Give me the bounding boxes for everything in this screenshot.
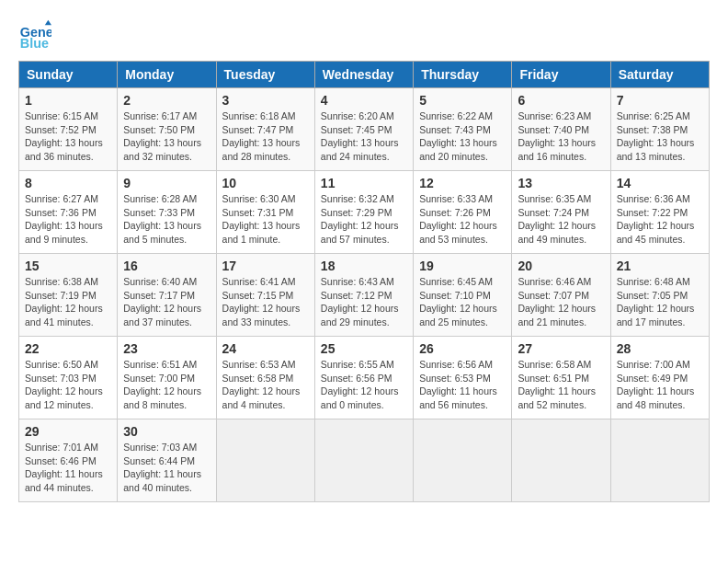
calendar-cell: 1Sunrise: 6:15 AM Sunset: 7:52 PM Daylig… — [19, 88, 118, 171]
day-detail: Sunrise: 6:33 AM Sunset: 7:26 PM Dayligh… — [419, 192, 506, 247]
day-detail: Sunrise: 6:45 AM Sunset: 7:10 PM Dayligh… — [419, 275, 506, 329]
dow-header-tuesday: Tuesday — [216, 62, 314, 88]
day-detail: Sunrise: 6:51 AM Sunset: 7:00 PM Dayligh… — [123, 358, 210, 412]
calendar-cell — [216, 419, 314, 502]
calendar-cell: 16Sunrise: 6:40 AM Sunset: 7:17 PM Dayli… — [118, 254, 216, 337]
day-detail: Sunrise: 6:15 AM Sunset: 7:52 PM Dayligh… — [25, 109, 111, 164]
dow-header-sunday: Sunday — [19, 62, 118, 88]
day-number: 13 — [518, 176, 604, 190]
calendar-cell — [414, 419, 512, 502]
day-detail: Sunrise: 6:50 AM Sunset: 7:03 PM Dayligh… — [25, 358, 111, 412]
day-detail: Sunrise: 6:41 AM Sunset: 7:15 PM Dayligh… — [222, 275, 309, 329]
calendar-cell: 25Sunrise: 6:55 AM Sunset: 6:56 PM Dayli… — [314, 337, 413, 419]
day-detail: Sunrise: 6:28 AM Sunset: 7:33 PM Dayligh… — [123, 192, 210, 247]
calendar-cell: 5Sunrise: 6:22 AM Sunset: 7:43 PM Daylig… — [414, 88, 512, 171]
calendar-cell — [512, 419, 610, 502]
day-detail: Sunrise: 6:58 AM Sunset: 6:51 PM Dayligh… — [518, 358, 604, 412]
logo-icon: General Blue — [18, 18, 51, 52]
day-number: 26 — [419, 341, 506, 356]
calendar-cell: 30Sunrise: 7:03 AM Sunset: 6:44 PM Dayli… — [118, 419, 216, 502]
day-detail: Sunrise: 6:25 AM Sunset: 7:38 PM Dayligh… — [617, 109, 703, 164]
day-number: 23 — [123, 341, 210, 356]
day-number: 29 — [25, 424, 111, 439]
day-number: 14 — [617, 176, 703, 190]
day-number: 27 — [518, 341, 604, 356]
day-number: 22 — [25, 341, 111, 356]
day-detail: Sunrise: 6:40 AM Sunset: 7:17 PM Dayligh… — [123, 275, 210, 329]
day-number: 12 — [419, 176, 506, 190]
calendar-cell: 27Sunrise: 6:58 AM Sunset: 6:51 PM Dayli… — [512, 337, 610, 419]
day-detail: Sunrise: 6:53 AM Sunset: 6:58 PM Dayligh… — [222, 358, 309, 412]
day-number: 20 — [518, 259, 604, 273]
calendar-cell: 15Sunrise: 6:38 AM Sunset: 7:19 PM Dayli… — [19, 254, 118, 337]
calendar-cell: 13Sunrise: 6:35 AM Sunset: 7:24 PM Dayli… — [512, 171, 610, 254]
day-detail: Sunrise: 6:43 AM Sunset: 7:12 PM Dayligh… — [321, 275, 407, 329]
day-detail: Sunrise: 7:00 AM Sunset: 6:49 PM Dayligh… — [617, 358, 703, 412]
dow-header-thursday: Thursday — [414, 62, 512, 88]
day-detail: Sunrise: 7:03 AM Sunset: 6:44 PM Dayligh… — [123, 441, 210, 495]
day-number: 15 — [25, 259, 111, 273]
day-detail: Sunrise: 6:17 AM Sunset: 7:50 PM Dayligh… — [123, 109, 210, 164]
day-number: 9 — [123, 176, 210, 190]
day-detail: Sunrise: 6:56 AM Sunset: 6:53 PM Dayligh… — [419, 358, 506, 412]
day-detail: Sunrise: 6:23 AM Sunset: 7:40 PM Dayligh… — [518, 109, 604, 164]
day-number: 25 — [321, 341, 407, 356]
calendar-cell: 6Sunrise: 6:23 AM Sunset: 7:40 PM Daylig… — [512, 88, 610, 171]
day-number: 6 — [518, 93, 604, 108]
calendar-cell: 10Sunrise: 6:30 AM Sunset: 7:31 PM Dayli… — [216, 171, 314, 254]
calendar-cell: 20Sunrise: 6:46 AM Sunset: 7:07 PM Dayli… — [512, 254, 610, 337]
day-detail: Sunrise: 7:01 AM Sunset: 6:46 PM Dayligh… — [25, 441, 111, 495]
calendar-cell: 8Sunrise: 6:27 AM Sunset: 7:36 PM Daylig… — [19, 171, 118, 254]
day-number: 28 — [617, 341, 703, 356]
calendar-cell — [610, 419, 709, 502]
calendar-cell: 24Sunrise: 6:53 AM Sunset: 6:58 PM Dayli… — [216, 337, 314, 419]
day-number: 5 — [419, 93, 506, 108]
day-number: 24 — [222, 341, 309, 356]
day-detail: Sunrise: 6:55 AM Sunset: 6:56 PM Dayligh… — [321, 358, 407, 412]
page-header: General Blue — [18, 18, 710, 52]
day-number: 30 — [123, 424, 210, 439]
calendar-table: SundayMondayTuesdayWednesdayThursdayFrid… — [18, 61, 710, 502]
day-detail: Sunrise: 6:20 AM Sunset: 7:45 PM Dayligh… — [321, 109, 407, 164]
day-detail: Sunrise: 6:48 AM Sunset: 7:05 PM Dayligh… — [617, 275, 703, 329]
day-number: 4 — [321, 93, 407, 108]
svg-text:Blue: Blue — [20, 36, 49, 51]
day-detail: Sunrise: 6:22 AM Sunset: 7:43 PM Dayligh… — [419, 109, 506, 164]
day-number: 7 — [617, 93, 703, 108]
dow-header-wednesday: Wednesday — [314, 62, 413, 88]
svg-marker-2 — [45, 20, 51, 25]
day-number: 1 — [25, 93, 111, 108]
day-detail: Sunrise: 6:18 AM Sunset: 7:47 PM Dayligh… — [222, 109, 309, 164]
calendar-cell: 3Sunrise: 6:18 AM Sunset: 7:47 PM Daylig… — [216, 88, 314, 171]
calendar-cell: 14Sunrise: 6:36 AM Sunset: 7:22 PM Dayli… — [610, 171, 709, 254]
calendar-cell: 17Sunrise: 6:41 AM Sunset: 7:15 PM Dayli… — [216, 254, 314, 337]
day-detail: Sunrise: 6:32 AM Sunset: 7:29 PM Dayligh… — [321, 192, 407, 247]
calendar-cell: 18Sunrise: 6:43 AM Sunset: 7:12 PM Dayli… — [314, 254, 413, 337]
day-detail: Sunrise: 6:38 AM Sunset: 7:19 PM Dayligh… — [25, 275, 111, 329]
calendar-cell: 9Sunrise: 6:28 AM Sunset: 7:33 PM Daylig… — [118, 171, 216, 254]
calendar-cell: 11Sunrise: 6:32 AM Sunset: 7:29 PM Dayli… — [314, 171, 413, 254]
calendar-cell: 21Sunrise: 6:48 AM Sunset: 7:05 PM Dayli… — [610, 254, 709, 337]
day-number: 19 — [419, 259, 506, 273]
day-number: 2 — [123, 93, 210, 108]
day-number: 11 — [321, 176, 407, 190]
day-number: 18 — [321, 259, 407, 273]
calendar-cell: 12Sunrise: 6:33 AM Sunset: 7:26 PM Dayli… — [414, 171, 512, 254]
day-number: 3 — [222, 93, 309, 108]
calendar-cell: 4Sunrise: 6:20 AM Sunset: 7:45 PM Daylig… — [314, 88, 413, 171]
dow-header-saturday: Saturday — [610, 62, 709, 88]
calendar-cell: 7Sunrise: 6:25 AM Sunset: 7:38 PM Daylig… — [610, 88, 709, 171]
day-number: 16 — [123, 259, 210, 273]
dow-header-monday: Monday — [118, 62, 216, 88]
day-detail: Sunrise: 6:46 AM Sunset: 7:07 PM Dayligh… — [518, 275, 604, 329]
day-detail: Sunrise: 6:27 AM Sunset: 7:36 PM Dayligh… — [25, 192, 111, 247]
day-detail: Sunrise: 6:35 AM Sunset: 7:24 PM Dayligh… — [518, 192, 604, 247]
calendar-cell — [314, 419, 413, 502]
calendar-cell: 26Sunrise: 6:56 AM Sunset: 6:53 PM Dayli… — [414, 337, 512, 419]
day-detail: Sunrise: 6:36 AM Sunset: 7:22 PM Dayligh… — [617, 192, 703, 247]
dow-header-friday: Friday — [512, 62, 610, 88]
day-number: 8 — [25, 176, 111, 190]
day-detail: Sunrise: 6:30 AM Sunset: 7:31 PM Dayligh… — [222, 192, 309, 247]
calendar-cell: 28Sunrise: 7:00 AM Sunset: 6:49 PM Dayli… — [610, 337, 709, 419]
calendar-cell: 22Sunrise: 6:50 AM Sunset: 7:03 PM Dayli… — [19, 337, 118, 419]
